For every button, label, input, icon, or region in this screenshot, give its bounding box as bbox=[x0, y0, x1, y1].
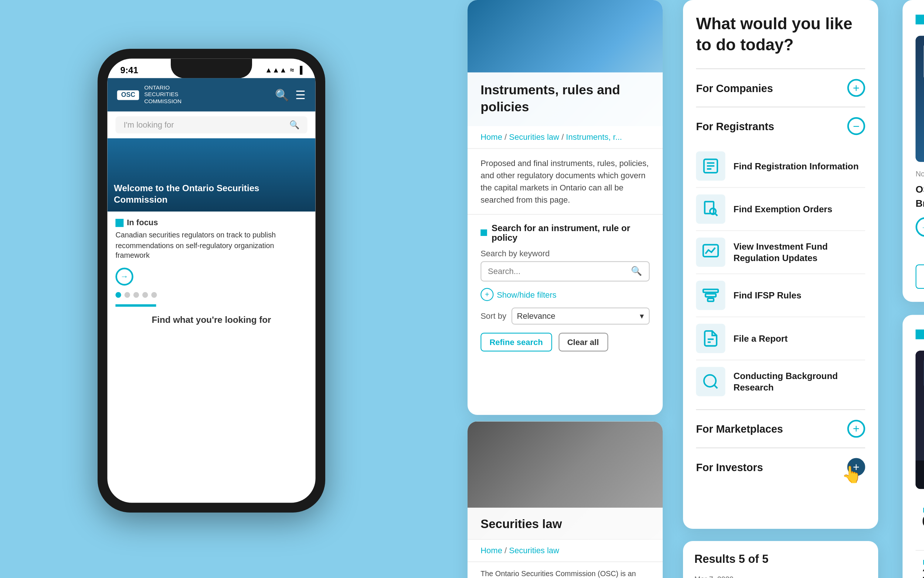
carousel-dot-1[interactable] bbox=[115, 292, 121, 298]
phone-hero: Welcome to the Ontario Securities Commis… bbox=[107, 138, 315, 211]
svg-point-13 bbox=[704, 375, 716, 387]
event-item-2: MAR 10 OSC in the Community (Webinar) 🕐 … bbox=[916, 550, 924, 578]
for-registrants-items: Find Registration Information Find Exemp… bbox=[696, 145, 865, 409]
sort-row: Sort by Relevance ▾ bbox=[481, 308, 650, 325]
sort-select[interactable]: Relevance ▾ bbox=[511, 308, 650, 325]
search-section-title-text: Search for an instrument, rule or policy bbox=[492, 223, 650, 243]
report-date: November 19, 2020 bbox=[916, 170, 924, 178]
sec-breadcrumb-securities[interactable]: Securities law bbox=[509, 546, 559, 555]
in-focus-label: In focus bbox=[127, 218, 158, 227]
for-marketplaces-header[interactable]: For Marketplaces + bbox=[696, 410, 865, 448]
for-investors-header[interactable]: For Investors + bbox=[696, 448, 865, 485]
svg-rect-4 bbox=[705, 201, 714, 213]
wifi-icon: ≈ bbox=[290, 66, 294, 74]
phone-header: OSC ONTARIOSECURITIESCOMMISSION 🔍 ☰ bbox=[107, 78, 315, 112]
carousel-dot-5[interactable] bbox=[151, 292, 157, 298]
for-registrants-section: For Registrants − Find Registration Info… bbox=[696, 107, 865, 409]
featured-event-image: Save the date: OSC Dialogue 2021 NOV 23 bbox=[916, 350, 924, 489]
search-submit-icon[interactable]: 🔍 bbox=[290, 120, 299, 130]
reports-teal-indicator bbox=[916, 15, 924, 24]
carousel-dot-4[interactable] bbox=[142, 292, 148, 298]
item-file-report[interactable]: File a Report bbox=[696, 317, 865, 360]
carousel-dot-3[interactable] bbox=[133, 292, 139, 298]
sort-value: Relevance bbox=[517, 312, 555, 321]
item-find-ifsp[interactable]: Find IFSP Rules bbox=[696, 274, 865, 317]
result-1-date: Mar 7, 2020 bbox=[694, 575, 867, 578]
sort-label: Sort by bbox=[481, 312, 507, 321]
instruments-body-text: Proposed and final instruments, rules, p… bbox=[468, 149, 663, 215]
event-1-date-col: MAR 09 bbox=[916, 507, 924, 528]
phone-teal-bar bbox=[115, 304, 156, 307]
for-marketplaces-toggle[interactable]: + bbox=[847, 420, 865, 437]
breadcrumb-home[interactable]: Home bbox=[481, 133, 502, 142]
item-background-research[interactable]: Conducting Background Research bbox=[696, 360, 865, 403]
menu-icon[interactable]: ☰ bbox=[295, 88, 306, 101]
search-section-header: Search for an instrument, rule or policy bbox=[481, 223, 650, 243]
phone-hero-image: Welcome to the Ontario Securities Commis… bbox=[107, 138, 315, 211]
find-registration-text: Find Registration Information bbox=[733, 160, 859, 172]
event-2-month: MAR bbox=[916, 559, 924, 566]
phone-in-focus: In focus bbox=[115, 218, 307, 227]
event-1-month: MAR bbox=[916, 507, 924, 514]
phone-screen: 9:41 ▲▲▲ ≈ ▐ OSC ONTARIOSECURITIESCOMMIS… bbox=[107, 58, 315, 503]
svg-rect-7 bbox=[703, 245, 718, 257]
magnify-icon bbox=[696, 367, 725, 396]
instruments-panel: Instruments, rules and policies Home / S… bbox=[468, 0, 663, 415]
instruments-breadcrumb: Home / Securities law / Instruments, r..… bbox=[468, 126, 663, 149]
svg-line-14 bbox=[714, 385, 717, 388]
cursor-icon: 👆 bbox=[841, 464, 862, 484]
item-find-registration[interactable]: Find Registration Information bbox=[696, 145, 865, 188]
search-placeholder: I'm looking for bbox=[123, 120, 174, 130]
report-title[interactable]: OSC Staff Notice 51-731 Corporate Financ… bbox=[916, 183, 924, 210]
search-icon[interactable]: 🔍 bbox=[275, 88, 289, 101]
event-1-header: MAR 09 OSC in the Community (Webinar) 🕐 … bbox=[916, 507, 924, 538]
breadcrumb-instruments: Instruments, r... bbox=[566, 133, 622, 142]
phone-logo-text: ONTARIOSECURITIESCOMMISSION bbox=[144, 85, 181, 105]
for-companies-header[interactable]: For Companies + bbox=[696, 69, 865, 107]
sec-breadcrumb-home[interactable]: Home bbox=[481, 546, 502, 555]
refine-search-button[interactable]: Refine search bbox=[481, 333, 552, 352]
phone-news-text: Canadian securities regulators on track … bbox=[115, 231, 307, 261]
event-2-header: MAR 10 OSC in the Community (Webinar) 🕐 … bbox=[916, 559, 924, 578]
phone-logo-box: OSC bbox=[117, 90, 139, 99]
phone-search-bar[interactable]: I'm looking for 🔍 bbox=[115, 117, 307, 133]
item-find-exemption[interactable]: Find Exemption Orders bbox=[696, 188, 865, 231]
for-companies-toggle[interactable]: + bbox=[847, 79, 865, 96]
search-input[interactable] bbox=[488, 267, 631, 276]
for-marketplaces-section: For Marketplaces + bbox=[696, 409, 865, 448]
securities-law-panel: Securities law Home / Securities law The… bbox=[468, 422, 663, 578]
action-buttons: Refine search Clear all bbox=[481, 333, 650, 352]
report-arrow[interactable]: → bbox=[916, 217, 924, 237]
search-doc-icon bbox=[696, 195, 725, 224]
svg-rect-8 bbox=[703, 289, 718, 292]
phone-find-text: Find what you're looking for bbox=[115, 315, 307, 324]
carousel-dot-2[interactable] bbox=[125, 292, 130, 298]
what-title: What would you like to do today? bbox=[696, 13, 865, 55]
for-registrants-header[interactable]: For Registrants − bbox=[696, 107, 865, 144]
chart-icon bbox=[696, 237, 725, 266]
phone-header-icons: 🔍 ☰ bbox=[275, 88, 306, 101]
search-input-row[interactable]: 🔍 bbox=[481, 261, 650, 281]
item-investment-fund[interactable]: View Investment Fund Regulation Updates bbox=[696, 231, 865, 274]
results-panel: Results 5 of 5 Mar 7, 2020 Reasons and D… bbox=[683, 541, 878, 578]
for-investors-label: For Investors bbox=[696, 461, 763, 473]
breadcrumb-securities[interactable]: Securities law bbox=[509, 133, 559, 142]
clear-all-button[interactable]: Clear all bbox=[558, 333, 608, 352]
for-investors-section: For Investors + bbox=[696, 448, 865, 485]
securities-title: Securities law bbox=[481, 516, 650, 531]
right-panel: Reports and publications OSC Staff Notic… bbox=[903, 0, 924, 578]
phone-logo: OSC ONTARIOSECURITIESCOMMISSION bbox=[117, 85, 181, 105]
in-focus-indicator bbox=[115, 219, 123, 227]
see-all-publications-button[interactable]: See all publications bbox=[916, 264, 924, 289]
phone-hero-text: Welcome to the Ontario Securities Commis… bbox=[114, 182, 309, 205]
results-title: Results 5 of 5 bbox=[694, 552, 867, 565]
reports-section: Reports and publications OSC Staff Notic… bbox=[903, 0, 924, 301]
phone-news-arrow[interactable]: → bbox=[115, 268, 133, 286]
show-hide-filters[interactable]: + Show/hide filters bbox=[481, 288, 650, 301]
report-image: OSC Staff Notice 51-731 Corporate Financ… bbox=[916, 36, 924, 162]
securities-body-text: The Ontario Securities Commission (OSC) … bbox=[468, 562, 663, 578]
for-registrants-toggle[interactable]: − bbox=[847, 117, 865, 135]
what-panel: What would you like to do today? For Com… bbox=[683, 0, 878, 529]
filter-icon bbox=[696, 281, 725, 310]
result-item-1: Mar 7, 2020 Reasons and Decision: In the… bbox=[694, 575, 867, 578]
